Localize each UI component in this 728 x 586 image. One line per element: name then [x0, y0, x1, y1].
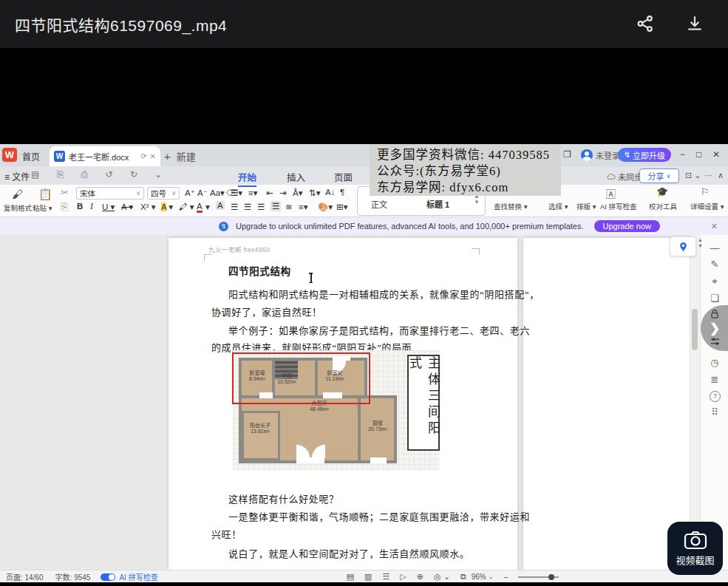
document-tab[interactable]: W 老王一宅断.docx ⟳ ✕	[50, 146, 160, 166]
vertical-scrollbar[interactable]	[690, 235, 700, 570]
outline-icon[interactable]: ≣	[708, 374, 721, 385]
position-indicator[interactable]	[670, 236, 696, 256]
superscript-button[interactable]: X² ▾	[140, 202, 155, 212]
share-icon[interactable]	[632, 10, 659, 37]
border-button[interactable]: ⊞▾	[336, 202, 347, 212]
strikethrough-button[interactable]: A ▾	[121, 202, 133, 212]
wps-logo[interactable]: W	[2, 148, 17, 162]
cut-icon[interactable]: ✂	[61, 187, 69, 198]
lock-icon[interactable]	[708, 309, 721, 321]
ai-spellcheck-button[interactable]: AI 拼写检查	[600, 201, 637, 211]
apps-grid-icon[interactable]: ⠿	[708, 406, 721, 418]
line-spacing-button[interactable]: ⇅▾	[309, 188, 320, 198]
sliders-icon[interactable]	[708, 337, 721, 348]
pen-annotate-icon[interactable]: ✎	[708, 259, 721, 270]
fit-page-icon[interactable]: ⧉	[460, 572, 466, 582]
style-normal[interactable]: 正文	[371, 198, 387, 210]
zoom-level[interactable]: 96%	[472, 573, 486, 581]
file-menu[interactable]: ≡ 文件	[4, 170, 30, 183]
ai-spellcheck-toggle[interactable]	[101, 573, 115, 581]
font-color-button[interactable]: A	[197, 202, 203, 213]
highlight-button[interactable]: A ▾	[161, 202, 173, 212]
layout-switch-icon[interactable]: ⊡ ⌄	[685, 171, 701, 180]
char-border-button[interactable]: A	[216, 201, 225, 210]
style-heading1[interactable]: 标题 1	[426, 198, 449, 210]
select-button[interactable]: 选择 ▾	[548, 201, 568, 211]
card-panel-icon[interactable]: ❏	[708, 293, 721, 304]
document-page-2[interactable]	[523, 238, 690, 570]
zoom-out-icon[interactable]: −	[503, 573, 508, 582]
download-icon[interactable]	[681, 10, 708, 37]
justify-button[interactable]: ☰	[271, 201, 281, 211]
proof-tools-button[interactable]: 校对工具	[649, 201, 677, 211]
format-painter-label[interactable]: 复制格式	[4, 202, 32, 213]
page-view-icon[interactable]: ▥	[364, 572, 372, 582]
zoom-caret-icon[interactable]: ⌄	[489, 573, 494, 580]
distribute-button[interactable]: ≋	[285, 202, 293, 212]
change-case-icon[interactable]: Aa▾	[210, 188, 225, 198]
layout-button[interactable]: 排版 ▾	[576, 201, 596, 211]
shrink-font-icon[interactable]: A⁻	[197, 188, 208, 198]
collapse-ribbon-icon[interactable]: ∧	[718, 171, 724, 180]
read-mode-icon[interactable]: ▷	[400, 572, 406, 582]
settings-button[interactable]: 详细设置 ▾	[690, 201, 724, 211]
font-color-caret[interactable]: ▾	[205, 202, 210, 212]
close-tab-icon[interactable]: ✕	[150, 152, 156, 160]
decrease-indent-button[interactable]: ⇤	[266, 188, 273, 198]
close-banner-icon[interactable]: ✕	[711, 222, 718, 231]
align-left-button[interactable]: ☰	[231, 202, 238, 212]
share-document-button[interactable]: 分享∨	[639, 168, 679, 183]
login-status[interactable]: 未登录	[596, 149, 620, 161]
font-name-select[interactable]: 宋体∨	[76, 187, 144, 200]
find-replace-button[interactable]: 查找替换 ▾	[494, 201, 527, 211]
more-options-icon[interactable]: ⋯	[704, 171, 712, 180]
web-view-icon[interactable]: ⊕	[417, 572, 423, 582]
ribbon-tab-page[interactable]: 页面	[334, 170, 353, 184]
paste-icon[interactable]: 📋	[38, 188, 52, 201]
single-page-view-icon[interactable]: ▤	[347, 572, 354, 582]
upgrade-now-button[interactable]: Upgrade now	[594, 220, 660, 232]
bold-button[interactable]: B	[77, 202, 83, 211]
history-icon[interactable]: ◷	[708, 357, 721, 368]
eye-protect-icon[interactable]: ◎ ⌄	[434, 572, 450, 582]
paragraph-spacing-button[interactable]: ≡▾	[299, 202, 307, 212]
zoom-slider[interactable]	[518, 576, 559, 578]
increase-indent-button[interactable]: ⇥	[279, 188, 287, 198]
collapse-icon[interactable]: —	[708, 242, 721, 253]
font-size-select[interactable]: 四号∨	[147, 187, 180, 200]
word-count[interactable]: 字数: 9545	[55, 571, 91, 582]
underline-button[interactable]: U ▾	[102, 202, 115, 212]
sync-status[interactable]: 未同步	[606, 171, 642, 183]
format-painter-icon[interactable]: 🖌	[12, 188, 23, 200]
select-tool-icon[interactable]: ⌖	[708, 276, 721, 287]
video-screenshot-button[interactable]: 视频截图	[667, 522, 723, 575]
outline-view-icon[interactable]: ☰	[382, 572, 389, 582]
shading-button[interactable]: 🖍 ▾	[179, 202, 194, 212]
ribbon-tab-insert[interactable]: 插入	[287, 170, 305, 184]
paste-label[interactable]: 粘贴 ▾	[33, 202, 52, 213]
quick-access-toolbar[interactable]: ▤ ⎘ ⎙ ↺ ↻ ⌄	[31, 169, 169, 180]
paragraph-mark-button[interactable]: ¶	[340, 188, 344, 197]
upgrade-button[interactable]: ↯立即升级	[618, 148, 671, 162]
avatar[interactable]	[581, 149, 593, 161]
minimize-button[interactable]: −	[680, 149, 685, 160]
new-tab-button[interactable]: +新建	[164, 149, 196, 163]
sort-button[interactable]: A↓	[325, 188, 335, 197]
help-icon[interactable]: ?	[710, 391, 721, 402]
scrollbar-thumb[interactable]	[692, 309, 698, 350]
maximize-button[interactable]: □	[696, 149, 701, 160]
italic-button[interactable]: I	[90, 202, 93, 211]
scroll-arrows[interactable]: ▲▼	[698, 237, 703, 249]
number-list-button[interactable]: ≡▾	[248, 188, 257, 198]
align-center-button[interactable]: ☰	[244, 202, 251, 212]
home-tab[interactable]: 首页	[22, 150, 40, 163]
close-button[interactable]: ✕	[712, 149, 720, 160]
copy-icon[interactable]: ⎘	[61, 201, 68, 213]
text-direction-button[interactable]: A̐▾	[293, 188, 302, 198]
expand-chevron-icon[interactable]: ❯	[708, 321, 721, 336]
align-right-button[interactable]: ☰	[257, 202, 265, 212]
fill-color-button[interactable]: 🎨▾	[318, 202, 333, 212]
window-mode-icon[interactable]: ❐	[563, 149, 571, 160]
bullet-list-button[interactable]: ☰▾	[231, 188, 242, 198]
ribbon-tab-home[interactable]: 开始	[238, 170, 256, 187]
